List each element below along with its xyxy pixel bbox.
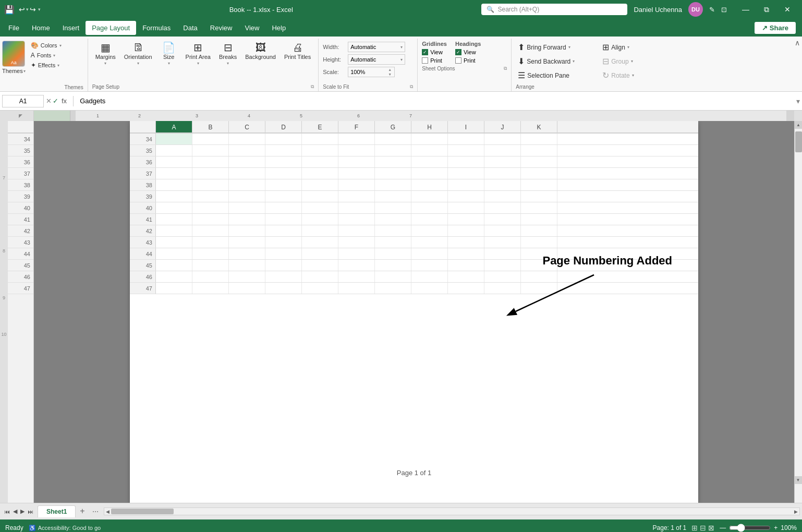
- cell-B40[interactable]: [192, 202, 229, 213]
- cell-K42[interactable]: [521, 225, 557, 236]
- cell-I42[interactable]: [448, 225, 484, 236]
- cell-D42[interactable]: [265, 225, 302, 236]
- col-header-A[interactable]: A: [156, 121, 192, 132]
- horizontal-scrollbar[interactable]: ◀ ▶: [104, 507, 800, 515]
- cell-D44[interactable]: [265, 248, 302, 259]
- cell-E41[interactable]: [302, 214, 338, 225]
- cell-A44[interactable]: [156, 248, 192, 259]
- cell-C41[interactable]: [229, 214, 265, 225]
- cell-I47[interactable]: [448, 283, 484, 294]
- tab-last-button[interactable]: ⏭: [27, 507, 34, 516]
- cell-K43[interactable]: [521, 237, 557, 248]
- cell-C42[interactable]: [229, 225, 265, 236]
- menu-home[interactable]: Home: [26, 21, 56, 35]
- cell-A43[interactable]: [156, 237, 192, 248]
- cell-F44[interactable]: [338, 248, 375, 259]
- cell-H34[interactable]: [411, 134, 448, 144]
- col-header-J[interactable]: J: [484, 121, 521, 132]
- scale-stepper[interactable]: ▲ ▼: [387, 67, 392, 77]
- cell-A40[interactable]: [156, 202, 192, 213]
- themes-button[interactable]: Aa Themes ▾: [2, 41, 26, 74]
- sheet-options-expand[interactable]: ⧉: [504, 66, 507, 71]
- col-header-B[interactable]: B: [192, 121, 229, 132]
- fonts-button[interactable]: A Fonts ▾: [28, 51, 65, 60]
- height-input[interactable]: Automatic ▾: [348, 54, 405, 65]
- cell-H45[interactable]: [411, 260, 448, 271]
- cell-F45[interactable]: [338, 260, 375, 271]
- cell-D40[interactable]: [265, 202, 302, 213]
- add-sheet-button[interactable]: +: [76, 504, 89, 518]
- cell-I40[interactable]: [448, 202, 484, 213]
- menu-help[interactable]: Help: [265, 21, 292, 35]
- cell-H42[interactable]: [411, 225, 448, 236]
- cell-H41[interactable]: [411, 214, 448, 225]
- cell-F47[interactable]: [338, 283, 375, 294]
- cell-F38[interactable]: [338, 179, 375, 190]
- cell-F42[interactable]: [338, 225, 375, 236]
- cell-I37[interactable]: [448, 168, 484, 179]
- cell-D43[interactable]: [265, 237, 302, 248]
- cell-B45[interactable]: [192, 260, 229, 271]
- cell-H46[interactable]: [411, 271, 448, 282]
- cell-H44[interactable]: [411, 248, 448, 259]
- cell-D38[interactable]: [265, 179, 302, 190]
- close-button[interactable]: ✕: [777, 0, 798, 19]
- cell-E47[interactable]: [302, 283, 338, 294]
- cell-A37[interactable]: [156, 168, 192, 179]
- formula-confirm-icon[interactable]: ✓: [53, 97, 58, 105]
- cell-C44[interactable]: [229, 248, 265, 259]
- cell-C39[interactable]: [229, 191, 265, 202]
- cell-B39[interactable]: [192, 191, 229, 202]
- share-button[interactable]: ↗ Share: [755, 22, 796, 34]
- cell-C40[interactable]: [229, 202, 265, 213]
- cell-J44[interactable]: [484, 248, 521, 259]
- menu-review[interactable]: Review: [204, 21, 239, 35]
- cell-B35[interactable]: [192, 145, 229, 156]
- group-button[interactable]: ⊟ Group ▾: [600, 55, 636, 68]
- cell-I46[interactable]: [448, 271, 484, 282]
- hscroll-right-button[interactable]: ▶: [793, 509, 799, 514]
- col-header-I[interactable]: I: [448, 121, 484, 132]
- cell-D47[interactable]: [265, 283, 302, 294]
- gridlines-view-checkbox[interactable]: ✓: [422, 49, 428, 55]
- headings-view-label[interactable]: ✓ View: [455, 49, 481, 55]
- cell-I39[interactable]: [448, 191, 484, 202]
- breaks-button[interactable]: ⊟ Breaks ▾: [216, 41, 240, 82]
- effects-button[interactable]: ✦ Effects ▾: [28, 61, 65, 70]
- cell-D39[interactable]: [265, 191, 302, 202]
- themes-dropdown-arrow[interactable]: ▾: [23, 69, 26, 74]
- cell-F41[interactable]: [338, 214, 375, 225]
- cell-I45[interactable]: [448, 260, 484, 271]
- cell-D36[interactable]: [265, 156, 302, 167]
- cell-F35[interactable]: [338, 145, 375, 156]
- cell-C37[interactable]: [229, 168, 265, 179]
- cell-F43[interactable]: [338, 237, 375, 248]
- cell-E40[interactable]: [302, 202, 338, 213]
- cell-E46[interactable]: [302, 271, 338, 282]
- headings-print-label[interactable]: Print: [455, 57, 481, 64]
- cell-G40[interactable]: [375, 202, 411, 213]
- cell-G46[interactable]: [375, 271, 411, 282]
- cell-B47[interactable]: [192, 283, 229, 294]
- cell-G44[interactable]: [375, 248, 411, 259]
- cell-K38[interactable]: [521, 179, 557, 190]
- cell-K36[interactable]: [521, 156, 557, 167]
- col-header-E[interactable]: E: [302, 121, 338, 132]
- cell-A42[interactable]: [156, 225, 192, 236]
- cell-J45[interactable]: [484, 260, 521, 271]
- cell-K35[interactable]: [521, 145, 557, 156]
- cell-B43[interactable]: [192, 237, 229, 248]
- gridlines-view-label[interactable]: ✓ View: [422, 49, 447, 55]
- cell-J42[interactable]: [484, 225, 521, 236]
- cell-J38[interactable]: [484, 179, 521, 190]
- cell-B41[interactable]: [192, 214, 229, 225]
- cell-D37[interactable]: [265, 168, 302, 179]
- formula-input[interactable]: Gadgets: [78, 97, 794, 105]
- cell-D34[interactable]: [265, 134, 302, 144]
- cell-E43[interactable]: [302, 237, 338, 248]
- cell-J39[interactable]: [484, 191, 521, 202]
- cell-D46[interactable]: [265, 271, 302, 282]
- cell-A46[interactable]: [156, 271, 192, 282]
- vertical-scrollbar[interactable]: ▲ ▼: [794, 121, 802, 503]
- cell-G38[interactable]: [375, 179, 411, 190]
